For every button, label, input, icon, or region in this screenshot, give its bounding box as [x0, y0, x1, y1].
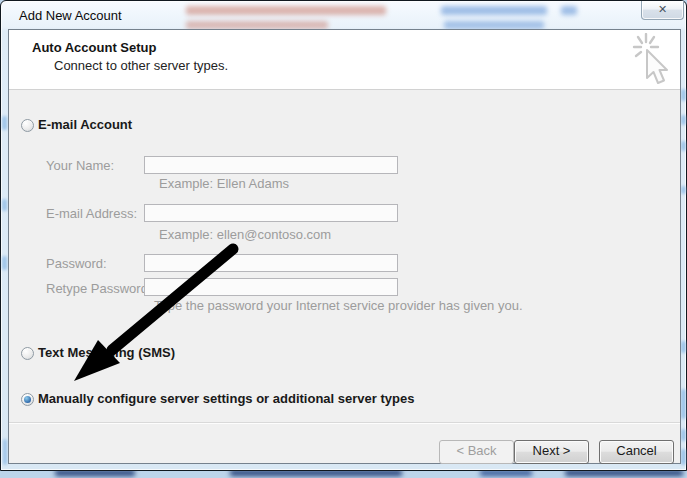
your-name-example: Example: Ellen Adams: [159, 176, 289, 191]
radio-text-messaging[interactable]: [21, 347, 34, 360]
retype-password-label: Retype Password:: [46, 281, 152, 296]
glass-smudge: [681, 429, 686, 441]
glass-smudge: [681, 141, 686, 151]
glass-smudge: [681, 341, 686, 353]
page-title: Auto Account Setup: [32, 40, 156, 55]
glass-smudge: [681, 186, 686, 194]
retype-password-input[interactable]: [144, 278, 398, 296]
background-text-blur: [561, 6, 577, 15]
wizard-content-panel: Auto Account Setup Connect to other serv…: [8, 29, 681, 464]
close-button[interactable]: ✕: [641, 1, 684, 20]
close-icon: ✕: [658, 3, 667, 15]
glass-smudge: [3, 439, 7, 465]
glass-smudge: [681, 389, 686, 419]
email-address-input[interactable]: [144, 204, 398, 222]
next-button[interactable]: Next >: [514, 440, 589, 464]
background-text-blur: [186, 21, 328, 29]
email-address-example: Example: ellen@contoso.com: [159, 227, 331, 242]
page-subtitle: Connect to other server types.: [54, 58, 228, 73]
glass-smudge: [681, 115, 686, 125]
glass-smudge: [2, 199, 7, 211]
your-name-input[interactable]: [144, 156, 398, 174]
glass-smudge: [681, 89, 686, 101]
glass-smudge: [2, 256, 7, 270]
background-text-blur: [186, 6, 386, 15]
wizard-header: Auto Account Setup Connect to other serv…: [9, 30, 680, 90]
password-input[interactable]: [144, 254, 398, 272]
radio-email-account-label[interactable]: E-mail Account: [38, 117, 132, 132]
screen: Add New Account ✕ Auto Account Setup Con…: [0, 0, 687, 478]
title-bar[interactable]: Add New Account ✕: [1, 1, 686, 29]
radio-text-messaging-label[interactable]: Text Messaging (SMS): [38, 345, 175, 360]
cancel-button[interactable]: Cancel: [599, 440, 674, 464]
glass-smudge: [2, 116, 7, 130]
radio-manual-configure-label[interactable]: Manually configure server settings or ad…: [38, 391, 414, 406]
background-text-blur: [441, 6, 547, 15]
glass-smudge: [681, 449, 686, 465]
window-title: Add New Account: [19, 8, 122, 23]
radio-manual-configure[interactable]: [21, 393, 34, 406]
back-button: < Back: [439, 440, 514, 464]
your-name-label: Your Name:: [46, 158, 114, 173]
password-note: Type the password your Internet service …: [154, 298, 523, 313]
password-label: Password:: [46, 256, 107, 271]
email-address-label: E-mail Address:: [46, 206, 137, 221]
add-new-account-dialog: Add New Account ✕ Auto Account Setup Con…: [0, 0, 687, 471]
radio-email-account[interactable]: [21, 119, 34, 132]
background-text-blur: [444, 21, 544, 29]
click-cursor-icon: [629, 33, 675, 89]
